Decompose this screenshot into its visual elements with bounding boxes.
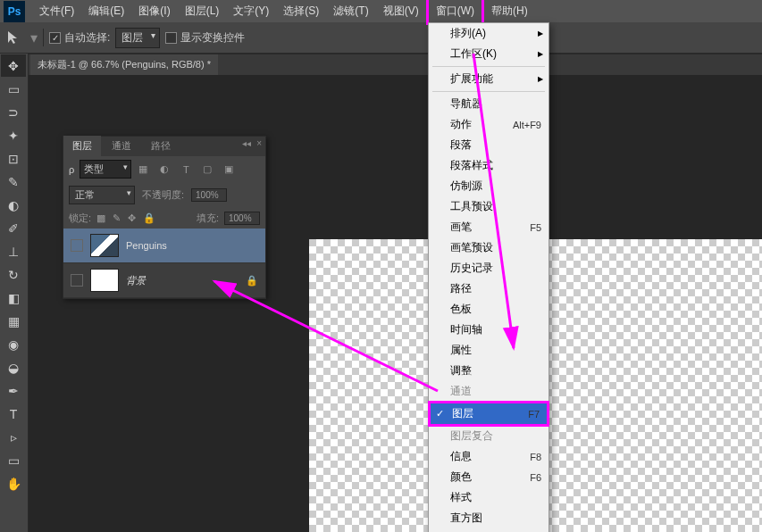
- filter-adjust-icon[interactable]: ◐: [158, 163, 171, 176]
- window-menu-item[interactable]: 画笔F5: [429, 217, 548, 237]
- fill-value[interactable]: 100%: [224, 212, 260, 225]
- blend-mode-select[interactable]: 正常: [69, 186, 135, 204]
- auto-select-dropdown[interactable]: 图层: [115, 28, 160, 48]
- menubar: Ps 文件(F) 编辑(E) 图像(I) 图层(L) 文字(Y) 选择(S) 滤…: [0, 0, 762, 22]
- window-menu-item[interactable]: 时间轴: [429, 320, 548, 340]
- window-menu-item[interactable]: 路径: [429, 278, 548, 299]
- shape-tool[interactable]: ▭: [1, 449, 26, 471]
- auto-select-checkbox[interactable]: 自动选择:: [49, 30, 110, 46]
- window-menu-item[interactable]: 历史记录: [429, 258, 548, 278]
- transform-label: 显示变换控件: [180, 30, 245, 46]
- window-menu-item[interactable]: 颜色F6: [429, 467, 548, 487]
- panel-tab-layers[interactable]: 图层: [63, 136, 101, 156]
- window-dropdown-menu: 排列(A)▶工作区(K)▶扩展功能▶导航器动作Alt+F9段落段落样式仿制源工具…: [428, 22, 549, 532]
- window-menu-item[interactable]: 属性: [429, 340, 548, 361]
- menu-select[interactable]: 选择(S): [276, 0, 326, 22]
- menu-view[interactable]: 视图(V): [376, 0, 426, 22]
- lock-icon: 🔒: [246, 275, 258, 287]
- filter-smart-icon[interactable]: ▣: [222, 163, 235, 176]
- auto-select-label: 自动选择:: [64, 30, 110, 46]
- checkbox-icon: [165, 32, 177, 44]
- layer-name: Penguins: [126, 240, 258, 251]
- window-menu-item[interactable]: 段落: [429, 135, 548, 155]
- dodge-tool[interactable]: ◒: [1, 356, 26, 378]
- move-tool[interactable]: ✥: [1, 54, 26, 77]
- menu-file[interactable]: 文件(F): [32, 0, 81, 22]
- layer-list: Penguins 背景 🔒: [63, 229, 265, 298]
- magic-wand-tool[interactable]: ✦: [1, 124, 26, 146]
- filter-shape-icon[interactable]: ▢: [201, 163, 214, 176]
- window-menu-item[interactable]: 样式: [429, 487, 548, 508]
- document-tab[interactable]: 未标题-1 @ 66.7% (Penguins, RGB/8) *: [30, 54, 218, 75]
- lock-all-icon[interactable]: 🔒: [143, 212, 155, 224]
- eyedropper-tool[interactable]: ✎: [1, 170, 26, 193]
- filter-type-icon[interactable]: T: [180, 163, 192, 176]
- blur-tool[interactable]: ◉: [1, 333, 26, 355]
- menu-image[interactable]: 图像(I): [131, 0, 177, 22]
- visibility-toggle[interactable]: [71, 274, 83, 287]
- window-menu-item[interactable]: 注释: [429, 528, 548, 532]
- window-menu-item[interactable]: 画笔预设: [429, 237, 548, 258]
- layer-thumbnail: [90, 269, 119, 292]
- menu-text[interactable]: 文字(Y): [226, 0, 276, 22]
- panel-tab-paths[interactable]: 路径: [142, 136, 180, 156]
- menu-help[interactable]: 帮助(H): [484, 0, 535, 22]
- menu-layer[interactable]: 图层(L): [178, 0, 227, 22]
- blend-mode-row: 正常 不透明度: 100%: [63, 182, 265, 208]
- window-menu-item[interactable]: 工具预设: [429, 196, 548, 217]
- window-menu-item[interactable]: 图层F7: [428, 401, 549, 427]
- layer-thumbnail: [90, 234, 119, 257]
- window-menu-item[interactable]: 信息F8: [429, 446, 548, 467]
- gradient-tool[interactable]: ▦: [1, 310, 26, 332]
- window-menu-item[interactable]: 扩展功能▶: [429, 69, 548, 89]
- healing-brush-tool[interactable]: ◐: [1, 194, 26, 216]
- visibility-toggle[interactable]: [71, 239, 83, 252]
- lock-pixels-icon[interactable]: ✎: [113, 212, 121, 224]
- window-menu-item[interactable]: 排列(A)▶: [429, 23, 548, 44]
- panel-collapse-icon[interactable]: ◂◂: [242, 138, 251, 148]
- layer-item[interactable]: 背景 🔒: [63, 263, 265, 298]
- layer-kind-select[interactable]: 类型: [80, 160, 131, 179]
- panel-tabs: 图层 通道 路径 ◂◂ ×: [63, 137, 265, 156]
- layer-name: 背景: [126, 274, 239, 287]
- opacity-value[interactable]: 100%: [191, 188, 227, 202]
- marquee-tool[interactable]: ▭: [1, 78, 26, 100]
- tools-toolbar: ✥ ▭ ⊃ ✦ ⊡ ✎ ◐ ✐ ⊥ ↻ ◧ ▦ ◉ ◒ ✒ T ▹ ▭ ✋: [0, 54, 29, 532]
- lock-position-icon[interactable]: ✥: [128, 212, 136, 224]
- type-tool[interactable]: T: [1, 403, 26, 425]
- window-menu-item[interactable]: 直方图: [429, 508, 548, 528]
- window-menu-item[interactable]: 段落样式: [429, 155, 548, 176]
- opacity-label: 不透明度:: [142, 188, 184, 202]
- menu-filter[interactable]: 滤镜(T): [326, 0, 375, 22]
- path-select-tool[interactable]: ▹: [1, 426, 26, 448]
- pen-tool[interactable]: ✒: [1, 379, 26, 402]
- window-menu-item[interactable]: 导航器: [429, 94, 548, 114]
- hand-tool[interactable]: ✋: [1, 472, 26, 495]
- menu-window[interactable]: 窗口(W): [426, 0, 484, 25]
- window-menu-item[interactable]: 动作Alt+F9: [429, 114, 548, 135]
- layer-item[interactable]: Penguins: [63, 229, 265, 263]
- lasso-tool[interactable]: ⊃: [1, 101, 26, 123]
- transform-checkbox[interactable]: 显示变换控件: [165, 30, 245, 46]
- window-menu-item[interactable]: 色板: [429, 299, 548, 320]
- checkbox-icon: [49, 32, 61, 44]
- filter-pixel-icon[interactable]: ▦: [137, 163, 149, 176]
- history-brush-tool[interactable]: ↻: [1, 263, 26, 286]
- document-tab-bar: 未标题-1 @ 66.7% (Penguins, RGB/8) *: [0, 54, 762, 75]
- window-menu-item[interactable]: 通道: [429, 381, 548, 402]
- lock-transparency-icon[interactable]: ▩: [96, 212, 105, 224]
- menu-edit[interactable]: 编辑(E): [81, 0, 131, 22]
- lock-label: 锁定:: [69, 212, 91, 225]
- window-menu-item[interactable]: 工作区(K)▶: [429, 44, 548, 64]
- panel-close-icon[interactable]: ×: [256, 138, 262, 148]
- panel-tab-channels[interactable]: 通道: [103, 136, 140, 156]
- window-menu-item[interactable]: 调整: [429, 361, 548, 381]
- layer-filter-row: ρ 类型 ▦ ◐ T ▢ ▣: [63, 156, 265, 182]
- window-menu-item[interactable]: 图层复合: [429, 426, 548, 446]
- lock-row: 锁定: ▩ ✎ ✥ 🔒 填充: 100%: [63, 208, 265, 229]
- eraser-tool[interactable]: ◧: [1, 287, 26, 309]
- window-menu-item[interactable]: 仿制源: [429, 176, 548, 196]
- crop-tool[interactable]: ⊡: [1, 147, 26, 170]
- stamp-tool[interactable]: ⊥: [1, 240, 26, 262]
- brush-tool[interactable]: ✐: [1, 217, 26, 239]
